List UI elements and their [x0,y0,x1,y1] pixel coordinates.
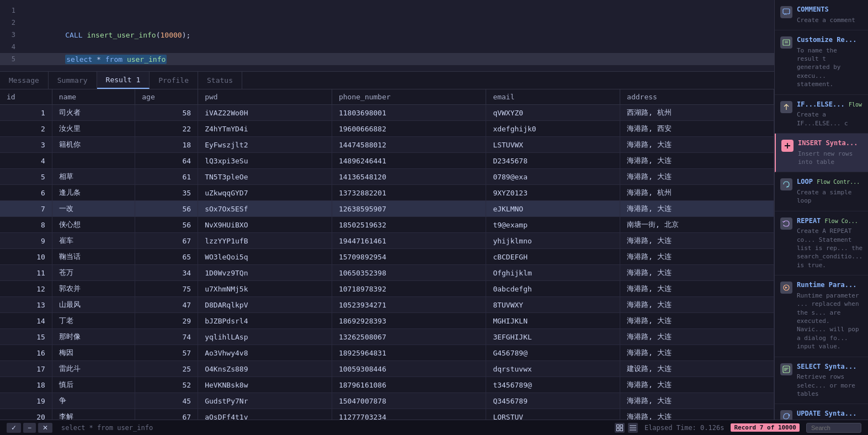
confirm-button[interactable]: ✓ [7,423,21,433]
cell-pwd: HeVKNBsk8w [198,377,332,393]
tab-summary[interactable]: Summary [49,72,97,89]
table-row[interactable]: 16 梅因 57 Ao3Vhwy4v8 18925964831 G456789@… [0,345,774,361]
right-panel-repeat[interactable]: REPEAT Flow Co... Create A REPEAT co... … [775,211,868,276]
table-wrapper[interactable]: id name age pwd phone_number email addre… [0,89,774,420]
tab-result1[interactable]: Result 1 [97,72,150,89]
line-number-4: 4 [0,43,22,51]
tab-message[interactable]: Message [0,72,49,89]
table-row[interactable]: 19 争 45 GudstPy7Nr 15047007878 Q3456789 … [0,393,774,409]
cell-email: dqrstuvwx [486,361,620,377]
svg-rect-12 [620,428,623,431]
table-row[interactable]: 3 籍机你 18 EyFwszjlt2 14474588012 LSTUVWX … [0,137,774,153]
cell-name: 一改 [52,201,135,217]
table-row[interactable]: 11 苍万 34 1D0Wvz9TQn 10650352398 Ofghijkl… [0,265,774,281]
table-row[interactable]: 17 雷此斗 25 O4KnsZs889 10059308446 dqrstuv… [0,361,774,377]
right-panel-select[interactable]: SELECT Synta... Retrieve rows selec... o… [775,357,868,405]
table-row[interactable]: 1 司火者 58 iVAZ22Wo0H 11803698001 qVWXYZ0 … [0,105,774,121]
cell-address: 海港路, 大连 [620,265,774,281]
cell-phone: 18502519632 [332,217,486,233]
right-panel-update[interactable]: UPDATE Synta... Updates columns of ... r… [775,404,868,420]
cell-id: 16 [0,345,52,361]
col-header-id: id [0,89,52,105]
search-input[interactable] [806,423,861,433]
table-row[interactable]: 15 那时像 74 yqlihlLAsp 13262508067 3EFGHIJ… [0,329,774,345]
table-row[interactable]: 10 鞠当话 65 WO3leQoi5q 15709892954 cBCDEFG… [0,249,774,265]
col-header-name: name [52,89,135,105]
cell-name: 那时像 [52,329,135,345]
code-editor[interactable]: 1 2 3 CALL insert_user_info(10000); 4 5 [0,0,774,72]
cell-name: 丁老 [52,313,135,329]
cell-address: 海港路, 大连 [620,201,774,217]
cell-phone: 19600666882 [332,121,486,137]
minus-button[interactable]: − [23,423,36,433]
right-panel-customize[interactable]: Customize Re... To name the result t gen… [775,30,868,95]
cell-phone: 18925964831 [332,345,486,361]
cell-pwd: lzzYYP1ufB [198,233,332,249]
cell-age: 75 [135,281,198,297]
right-panel-insert[interactable]: INSERT Synta... Insert new rows into tab… [775,134,868,172]
cell-pwd: iVAZ22Wo0H [198,105,332,121]
cell-id: 17 [0,361,52,377]
insert-icon [781,140,794,152]
tab-status[interactable]: Status [198,72,242,89]
cell-email: G456789@ [486,345,620,361]
table-row[interactable]: 13 山最风 47 D8DARqlkpV 10523934271 8TUVWXY… [0,297,774,313]
col-header-email: email [486,89,620,105]
table-row[interactable]: 5 相草 61 TN5T3pleOe 14136548120 0789@exa … [0,169,774,185]
cell-email: 0abcdefgh [486,281,620,297]
right-panel-loop[interactable]: LOOP Flow Contr... Create a simple loop [775,172,868,211]
cell-id: 1 [0,105,52,121]
line-number-1: 1 [0,7,22,14]
table-row[interactable]: 18 慎后 52 HeVKNBsk8w 18796161086 t3456789… [0,377,774,393]
cell-id: 6 [0,185,52,201]
close-button[interactable]: ✕ [38,423,52,433]
cell-name: 逢儿条 [52,185,135,201]
comments-title: COMMENTS [797,6,855,14]
insert-desc: Insert new rows into table [798,150,862,167]
results-table-container[interactable]: id name age pwd phone_number email addre… [0,89,774,420]
table-row[interactable]: 14 丁老 29 bJZBPdsrl4 18692928393 MGHIJKLN… [0,313,774,329]
cell-email: Ofghijklm [486,265,620,281]
repeat-icon [780,217,792,230]
results-table: id name age pwd phone_number email addre… [0,89,774,420]
cell-age: 64 [135,153,198,169]
cell-name: 郭农并 [52,281,135,297]
cell-age: 65 [135,249,198,265]
grid-icon[interactable] [615,423,625,433]
cell-name: 崔车 [52,233,135,249]
cell-name: 籍机你 [52,137,135,153]
repeat-title: REPEAT Flow Co... [797,217,862,226]
table-row[interactable]: 4 64 lQ3xpi3eSu 14896246441 D2345678 海港路… [0,153,774,169]
cell-phone: 18692928393 [332,313,486,329]
cell-phone: 12638595907 [332,201,486,217]
cell-phone: 13732882201 [332,185,486,201]
cell-email: xdefghijk0 [486,121,620,137]
table-row[interactable]: 7 一改 56 sOx7Ox5ESf 12638595907 eJKLMNO 海… [0,201,774,217]
bottom-left: ✓ − ✕ select * from user_info [7,423,153,433]
right-panel-comments[interactable]: COMMENTS Create a comment [775,0,868,30]
right-panel-runtime[interactable]: Runtime Para... Runtime parameter ... re… [775,275,868,357]
cell-age: 35 [135,185,198,201]
code-content-3: CALL insert_user_info(10000); [22,23,190,47]
cell-email: eJKLMNO [486,201,620,217]
col-header-pwd: pwd [198,89,332,105]
cell-age: 67 [135,409,198,420]
table-row[interactable]: 2 汝火里 22 Z4hYTmYD4i 19600666882 xdefghij… [0,121,774,137]
cell-phone: 14896246441 [332,153,486,169]
cell-pwd: 1D0Wvz9TQn [198,265,332,281]
cell-address: 海港路, 大连 [620,297,774,313]
cell-age: 29 [135,313,198,329]
cell-pwd: GudstPy7Nr [198,393,332,409]
cell-age: 47 [135,297,198,313]
loop-title: LOOP Flow Contr... [797,178,862,187]
table-row[interactable]: 6 逢儿条 35 uZkwqqGYD7 13732882201 9XYZ0123… [0,185,774,201]
table-row[interactable]: 20 李解 67 aOsDFf4t1v 11277703234 LQRSTUV … [0,409,774,420]
col-header-phone: phone_number [332,89,486,105]
list-icon[interactable] [628,423,638,433]
table-row[interactable]: 9 崔车 67 lzzYYP1ufB 19447161461 yhijklmno… [0,233,774,249]
table-body: 1 司火者 58 iVAZ22Wo0H 11803698001 qVWXYZ0 … [0,105,774,420]
table-row[interactable]: 8 侠心想 56 NvX9HUiBXO 18502519632 t9@examp… [0,217,774,233]
right-panel-ifelse[interactable]: IF...ELSE... Flow Create a IF...ELSE... … [775,95,868,134]
tab-profile[interactable]: Profile [150,72,198,89]
table-row[interactable]: 12 郭农并 75 u7XhmNMj5k 10718978392 0abcdef… [0,281,774,297]
